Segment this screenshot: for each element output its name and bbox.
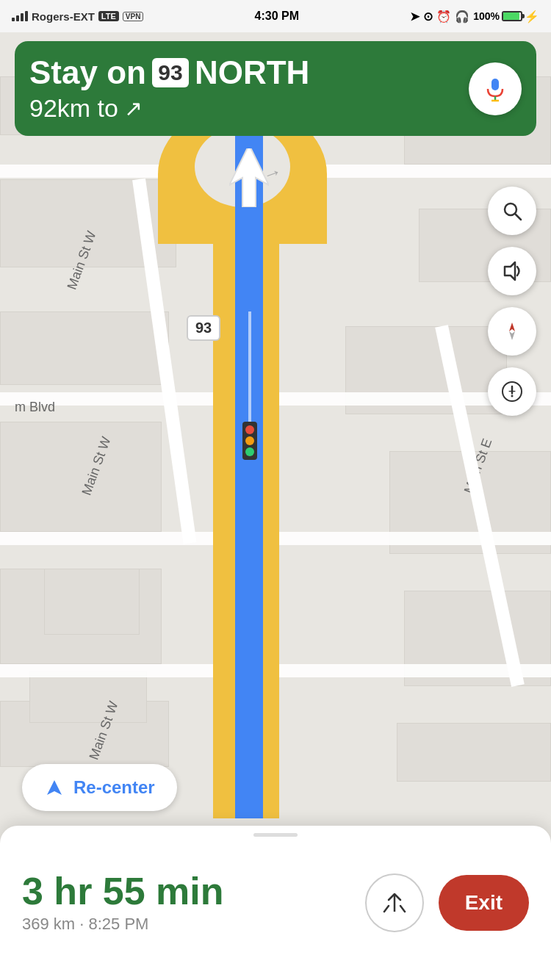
exit-button[interactable]: Exit [439, 875, 529, 931]
eta-separator: · [79, 915, 88, 933]
bottom-handle [253, 833, 298, 837]
signal-bar-4 [25, 11, 28, 21]
battery-icon [502, 11, 522, 21]
right-buttons: + + [488, 187, 536, 416]
nav-distance: 92km to [29, 94, 118, 123]
nav-route-number: 93 [152, 58, 189, 87]
route-arrow-container [229, 141, 269, 207]
status-left: Rogers-EXT LTE VPN [12, 10, 143, 23]
city-block [397, 723, 551, 782]
nav-secondary-line: 92km to ↗ [29, 94, 460, 123]
nav-turn-arrow: ↗ [124, 96, 143, 121]
volume-icon [500, 259, 524, 283]
nav-stay-on-text: Stay on [29, 57, 146, 89]
charging-icon: ⚡ [525, 10, 539, 24]
eta-distance: 369 km [22, 915, 75, 933]
svg-marker-0 [229, 145, 269, 207]
status-bar: Rogers-EXT LTE VPN 4:30 PM ➤ ⊙ ⏰ 🎧 100% … [0, 0, 551, 32]
lte-badge: LTE [98, 11, 119, 21]
traffic-red [245, 425, 254, 434]
traffic-yellow [245, 436, 254, 445]
recenter-button[interactable]: Re-center [22, 764, 177, 811]
svg-marker-7 [509, 323, 515, 331]
search-icon [500, 199, 524, 223]
map-area: As busy as it gets ↓ ↓ [0, 32, 551, 980]
carrier-label: Rogers-EXT [32, 10, 95, 23]
svg-line-15 [384, 906, 389, 912]
bottom-panel: 3 hr 55 min 369 km · 8:25 PM Exit [0, 826, 551, 980]
blue-route-south [235, 458, 263, 818]
city-block [29, 671, 147, 723]
report-button[interactable]: + + [488, 367, 536, 416]
battery-fill [503, 12, 519, 20]
eta-details: 369 km · 8:25 PM [22, 915, 350, 934]
signal-bar-2 [16, 15, 19, 21]
headphones-icon: 🎧 [455, 10, 469, 24]
eta-duration: 3 hr 55 min [22, 872, 350, 910]
volume-button[interactable] [488, 247, 536, 295]
route-options-button[interactable] [365, 873, 424, 932]
route-options-icon [381, 890, 408, 916]
eta-arrival: 8:25 PM [89, 915, 149, 933]
svg-line-16 [400, 906, 405, 912]
traffic-light [242, 422, 257, 460]
mic-icon [482, 76, 508, 102]
vpn-badge: VPN [123, 12, 144, 21]
road-label-blvd: m Blvd [15, 400, 55, 415]
mic-button[interactable] [469, 62, 522, 115]
route-arrow-svg [229, 141, 269, 207]
svg-marker-8 [509, 331, 515, 340]
nav-instruction: Stay on 93 NORTH 92km to ↗ [29, 54, 460, 123]
traffic-green [245, 447, 254, 456]
city-block [0, 422, 162, 532]
eta-info: 3 hr 55 min 369 km · 8:25 PM [22, 872, 350, 934]
search-button[interactable] [488, 187, 536, 235]
svg-line-5 [515, 214, 521, 220]
signal-bars [12, 11, 28, 21]
status-right: ➤ ⊙ ⏰ 🎧 100% ⚡ [410, 10, 539, 24]
svg-marker-13 [47, 780, 62, 795]
nav-direction: NORTH [195, 54, 309, 91]
city-block [44, 569, 140, 635]
city-block [0, 311, 169, 385]
nav-main-line: Stay on 93 NORTH [29, 54, 460, 91]
alarm-icon: ⏰ [436, 10, 451, 24]
recenter-icon [44, 777, 65, 798]
map-route-badge: 93 [187, 315, 220, 341]
time-display: 4:30 PM [255, 10, 299, 23]
battery-percent: 100% [473, 10, 500, 22]
svg-rect-1 [491, 79, 499, 90]
signal-bar-1 [12, 18, 15, 21]
recenter-label: Re-center [73, 777, 155, 798]
navigation-banner: Stay on 93 NORTH 92km to ↗ [15, 41, 536, 136]
signal-bar-3 [21, 13, 24, 21]
compass-button[interactable] [488, 307, 536, 356]
location-icon: ➤ [410, 10, 419, 24]
report-plus: + [508, 385, 516, 398]
battery-container: 100% ⚡ [473, 10, 539, 24]
svg-marker-6 [505, 262, 515, 280]
clock-icon: ⊙ [423, 10, 433, 24]
compass-icon [500, 320, 524, 343]
